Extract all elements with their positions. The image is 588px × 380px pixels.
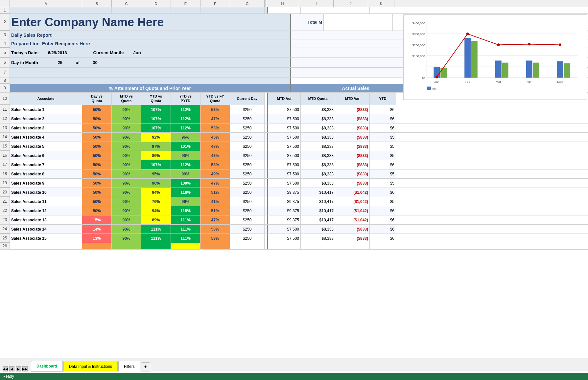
ytd-quota-pct[interactable]: 76% [141, 197, 171, 206]
day-quota-pct[interactable]: 50% [82, 151, 112, 160]
cell-k1[interactable] [370, 7, 396, 13]
associate-name[interactable]: Sales Associate 11 [10, 197, 82, 206]
mtd-act-val[interactable]: $7,500 [268, 151, 301, 160]
associate-name[interactable]: Sales Associate 4 [10, 133, 82, 142]
add-sheet-button[interactable]: + [141, 362, 150, 371]
mtd-quota-val[interactable]: $10,417 [301, 206, 335, 215]
nav-arrow-first[interactable]: ◀◀ [3, 366, 8, 371]
mtd-act-val[interactable]: $9,375 [268, 188, 301, 197]
prepared-for-cell[interactable]: Prepared for: Enter Recipients Here [10, 39, 291, 48]
cell-d1[interactable] [141, 7, 171, 13]
mtd-var-val[interactable]: ($833) [335, 142, 370, 151]
tab-dashboard[interactable]: Dashboard [31, 361, 63, 371]
cell-i1[interactable] [301, 7, 335, 13]
mtd-var-val[interactable]: ($833) [335, 234, 370, 243]
mtd-quota-pct[interactable]: 90% [112, 142, 141, 151]
mtd-act-val[interactable]: $9,375 [268, 197, 301, 206]
associate-name[interactable]: Sales Associate 15 [10, 234, 82, 243]
mtd-quota-val[interactable]: $8,333 [301, 123, 335, 132]
mtd-quota-val[interactable]: $8,333 [301, 151, 335, 160]
ytd-fy-pct[interactable]: 45% [200, 133, 230, 142]
date-row-cell[interactable]: Today's Date: 6/29/2018 Current Month: J… [10, 48, 291, 57]
mtd-var-val[interactable]: ($833) [335, 169, 370, 178]
ytd-partial-val[interactable]: $6 [370, 105, 396, 114]
cell-g1[interactable] [230, 7, 265, 13]
ytd-pytd-pct[interactable]: 112% [171, 105, 200, 114]
ytd-partial-val[interactable]: $5 [370, 142, 396, 151]
mtd-quota-pct[interactable]: 90% [112, 151, 141, 160]
current-day-val[interactable]: $250 [230, 179, 265, 188]
mtd-act-val[interactable]: $7,500 [268, 123, 301, 132]
ytd-fy-pct[interactable]: 47% [200, 179, 230, 188]
day-quota-pct[interactable]: 50% [82, 123, 112, 132]
ytd-pytd-pct[interactable]: 111% [171, 234, 200, 243]
day-quota-pct[interactable]: 50% [82, 160, 112, 169]
mtd-act-val[interactable]: $7,500 [268, 179, 301, 188]
cell-f1[interactable] [200, 7, 230, 13]
ytd-fy-pct[interactable]: 53% [200, 234, 230, 243]
ytd-quota-pct[interactable]: 95% [141, 169, 171, 178]
ytd-fy-pct[interactable]: 51% [200, 188, 230, 197]
associate-name[interactable]: Sales Associate 10 [10, 188, 82, 197]
mtd-var-val[interactable]: ($833) [335, 179, 370, 188]
current-day-val[interactable]: $250 [230, 215, 265, 224]
day-quota-pct[interactable]: 15% [82, 215, 112, 224]
current-day-val[interactable]: $250 [230, 169, 265, 178]
ytd-fy-pct[interactable]: 41% [200, 197, 230, 206]
ytd-quota-pct[interactable]: 94% [141, 206, 171, 215]
mtd-quota-pct[interactable]: 90% [112, 133, 141, 142]
day-quota-pct[interactable]: 13% [82, 234, 112, 243]
current-day-val[interactable]: $250 [230, 160, 265, 169]
mtd-var-val[interactable]: ($833) [335, 133, 370, 142]
associate-name[interactable]: Sales Associate 1 [10, 105, 82, 114]
current-day-val[interactable]: $250 [230, 133, 265, 142]
day-quota-pct[interactable]: 50% [82, 197, 112, 206]
cell-b1[interactable] [82, 7, 112, 13]
associate-name[interactable]: Sales Associate 12 [10, 206, 82, 215]
ytd-partial-val[interactable]: $6 [370, 215, 396, 224]
mtd-act-val[interactable]: $7,500 [268, 133, 301, 142]
mtd-var-val[interactable]: ($833) [335, 105, 370, 114]
ytd-pytd-pct[interactable]: 112% [171, 114, 200, 123]
ytd-fy-pct[interactable]: 48% [200, 142, 230, 151]
day-quota-pct[interactable]: 50% [82, 142, 112, 151]
current-day-val[interactable]: $250 [230, 188, 265, 197]
mtd-quota-pct[interactable]: 90% [112, 160, 141, 169]
day-quota-pct[interactable]: 50% [82, 169, 112, 178]
ytd-quota-pct[interactable]: 86% [141, 151, 171, 160]
mtd-quota-pct[interactable]: 90% [112, 179, 141, 188]
mtd-act-val[interactable]: $7,500 [268, 234, 301, 243]
ytd-fy-pct[interactable]: 51% [200, 206, 230, 215]
ytd-fy-pct[interactable]: 49% [200, 169, 230, 178]
current-day-val[interactable]: $250 [230, 142, 265, 151]
ytd-partial-val[interactable]: $5 [370, 179, 396, 188]
mtd-quota-pct[interactable]: 90% [112, 123, 141, 132]
company-name-cell[interactable]: Enter Company Name Here [10, 14, 291, 31]
associate-name[interactable]: Sales Associate 9 [10, 179, 82, 188]
associate-name[interactable]: Sales Associate 7 [10, 160, 82, 169]
ytd-pytd-pct[interactable]: 101% [171, 142, 200, 151]
cell-a1[interactable] [10, 7, 82, 13]
current-day-val[interactable]: $250 [230, 234, 265, 243]
mtd-quota-val[interactable]: $8,333 [301, 142, 335, 151]
day-quota-pct[interactable]: 50% [82, 114, 112, 123]
ytd-pytd-pct[interactable]: 90% [171, 151, 200, 160]
mtd-act-val[interactable]: $9,375 [268, 215, 301, 224]
ytd-pytd-pct[interactable]: 111% [171, 215, 200, 224]
ytd-fy-pct[interactable]: 43% [200, 151, 230, 160]
cell-j1[interactable] [335, 7, 370, 13]
mtd-quota-pct[interactable]: 90% [112, 105, 141, 114]
current-day-val[interactable]: $250 [230, 114, 265, 123]
day-quota-pct[interactable]: 50% [82, 206, 112, 215]
ytd-partial-val[interactable]: $6 [370, 188, 396, 197]
mtd-act-val[interactable]: $7,500 [268, 105, 301, 114]
mtd-quota-pct[interactable]: 90% [112, 206, 141, 215]
mtd-quota-val[interactable]: $8,333 [301, 133, 335, 142]
current-day-val[interactable]: $250 [230, 123, 265, 132]
report-title-cell[interactable]: Daily Sales Report [10, 31, 291, 39]
ytd-partial-val[interactable]: $6 [370, 123, 396, 132]
ytd-quota-pct[interactable]: 89% [141, 215, 171, 224]
ytd-pytd-pct[interactable]: 100% [171, 179, 200, 188]
ytd-quota-pct[interactable]: 94% [141, 188, 171, 197]
ytd-partial-val[interactable]: $6 [370, 225, 396, 234]
